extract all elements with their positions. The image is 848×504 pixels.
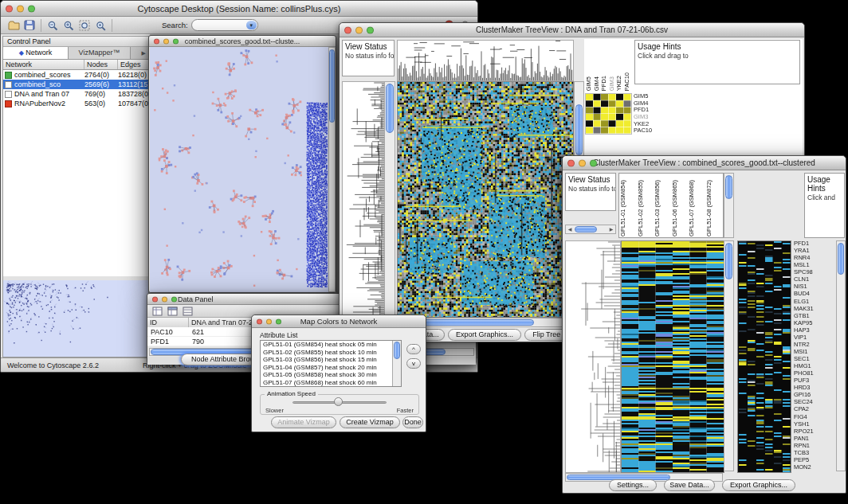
zoom-button[interactable] (28, 5, 35, 12)
tab-vizmapper[interactable]: VizMapper™ (69, 47, 131, 59)
zoom-heatmap-canvas[interactable] (737, 240, 791, 473)
close-button[interactable] (567, 159, 575, 166)
matrix-column-label[interactable]: PAC10 (623, 40, 631, 92)
save-data-button[interactable]: Save Data... (664, 479, 715, 491)
delete-attribute-icon[interactable] (181, 306, 194, 317)
array-column-label[interactable]: GPL51-03 (GSM856) (654, 174, 671, 237)
export-graphics-button[interactable]: Export Graphics... (722, 479, 795, 491)
mini-hscrollbar[interactable]: ◀ ▶ (565, 225, 616, 234)
heatmap-canvas[interactable] (397, 81, 574, 318)
gene-label[interactable]: HMG1 (794, 363, 835, 370)
attribute-list-item[interactable]: GPL51-02 (GSM855) heat shock 10 min (261, 349, 393, 357)
settings-button[interactable]: Settings... (609, 479, 657, 491)
minimize-button[interactable] (579, 159, 586, 166)
done-button[interactable]: Done (402, 416, 423, 428)
matrix-row-label[interactable]: PFD1 (634, 107, 662, 114)
gene-dendrogram-canvas[interactable] (342, 81, 385, 318)
network-table-row[interactable]: combined_sco2569(6)13112(15) (3, 80, 148, 89)
zoom-matrix-canvas[interactable] (585, 93, 632, 135)
matrix-column-label[interactable]: GIM4 (593, 40, 601, 92)
network-canvas[interactable] (150, 47, 328, 292)
gene-label[interactable]: SPC98 (794, 269, 835, 276)
zoom-fit-icon[interactable] (77, 18, 92, 33)
treeview-combined-titlebar[interactable]: ClusterMaker TreeView : combined_scores_… (563, 156, 846, 170)
col-network[interactable]: Network (3, 60, 84, 69)
scroll-left-icon[interactable]: ◀ (566, 225, 574, 234)
gene-label[interactable]: CPA2 (794, 406, 835, 413)
zoom-button[interactable] (276, 318, 281, 324)
tab-overflow-icon[interactable]: ▶ (131, 47, 148, 59)
matrix-column-label[interactable]: GIM3 (608, 40, 616, 92)
gene-label[interactable]: YRA1 (794, 248, 835, 255)
gene-label[interactable]: CLN1 (794, 276, 835, 283)
col-id[interactable]: ID (147, 318, 189, 327)
gene-label[interactable]: GTB1 (794, 313, 835, 320)
gene-label[interactable]: HAP3 (794, 327, 835, 334)
gene-dendrogram-canvas[interactable] (565, 240, 621, 473)
scroll-thumb[interactable] (838, 243, 844, 275)
move-down-button[interactable]: v (406, 358, 421, 369)
create-attribute-icon[interactable] (166, 306, 179, 317)
gene-label[interactable]: NTR2 (794, 342, 835, 349)
gene-label[interactable]: FIG4 (794, 414, 835, 421)
gene-label[interactable]: KAP95 (794, 320, 835, 327)
zoom-button[interactable] (171, 296, 177, 302)
gene-label[interactable]: MSL1 (794, 262, 835, 269)
matrix-row-label[interactable]: PAC10 (634, 127, 662, 135)
genes-vscrollbar[interactable] (836, 240, 846, 471)
gene-label[interactable]: GPI16 (794, 392, 835, 399)
minimize-button[interactable] (266, 318, 272, 324)
scroll-thumb[interactable] (329, 49, 335, 123)
gene-label[interactable]: MON2 (794, 464, 835, 471)
gene-label[interactable]: PAN1 (794, 436, 835, 443)
network-table-row[interactable]: RNAPuberNov2563(0)107847(0) (3, 99, 148, 108)
dendrogram-vscrollbar[interactable] (384, 81, 395, 316)
close-button[interactable] (6, 5, 13, 12)
network-view-titlebar[interactable]: combined_scores_good.txt--cluste... (149, 36, 336, 47)
attribute-list-item[interactable]: GPL51-04 (GSM857) heat shock 20 min (261, 364, 393, 372)
labels-vscrollbar[interactable] (724, 173, 734, 238)
matrix-row-label[interactable]: GIM4 (634, 100, 662, 107)
export-graphics-button[interactable]: Export Graphics... (448, 329, 521, 341)
array-column-label[interactable]: GPL51-08 (GSM872) (705, 174, 723, 237)
scroll-thumb[interactable] (386, 84, 394, 133)
gene-label[interactable]: HRD3 (794, 385, 835, 392)
close-button[interactable] (344, 26, 351, 33)
scroll-right-icon[interactable]: ▶ (607, 225, 615, 234)
zoom-button[interactable] (173, 38, 179, 44)
scroll-thumb[interactable] (725, 243, 732, 279)
gene-label[interactable]: YSH1 (794, 421, 835, 428)
minimize-button[interactable] (163, 38, 169, 44)
close-button[interactable] (154, 38, 159, 44)
network-overview-canvas[interactable] (3, 280, 148, 357)
scroll-thumb[interactable] (725, 175, 732, 199)
gene-label[interactable]: MAK31 (794, 306, 835, 313)
gene-label[interactable]: RPN1 (794, 443, 835, 450)
matrix-row-label[interactable]: YKE2 (634, 121, 662, 128)
array-column-label[interactable]: GPL51-01 (GSM854) (619, 174, 637, 237)
col-nodes[interactable]: Nodes (84, 60, 118, 69)
select-attributes-icon[interactable] (151, 306, 163, 317)
attribute-list-item[interactable]: GPL51-07 (GSM868) heat shock 60 min (261, 379, 393, 387)
close-button[interactable] (257, 318, 262, 324)
zoom-out-icon[interactable] (45, 18, 61, 33)
open-session-icon[interactable] (6, 18, 22, 33)
attribute-list-item[interactable]: GPL51-03 (GSM856) heat shock 15 min (261, 356, 393, 364)
heatmap-canvas[interactable] (621, 240, 724, 473)
network-vscrollbar[interactable] (328, 47, 336, 292)
create-vizmap-button[interactable]: Create Vizmap (340, 416, 400, 428)
gene-label[interactable]: PFD1 (794, 240, 835, 248)
gene-label[interactable]: SEC1 (794, 356, 835, 363)
gene-label[interactable]: NIS1 (794, 283, 835, 291)
attribute-list-item[interactable]: GPL51-01 (GSM854) heat shock 05 min (261, 341, 393, 349)
minimize-button[interactable] (355, 26, 363, 33)
network-table-row[interactable]: combined_scores2764(0)16218(0) (3, 70, 148, 80)
matrix-row-label[interactable]: GIM5 (634, 93, 662, 100)
attribute-list-item[interactable]: GPL51-05 (GSM858) heat shock 30 min (261, 371, 393, 379)
matrix-column-label[interactable]: PFD1 (600, 40, 608, 92)
matrix-column-label[interactable]: GIM5 (585, 40, 593, 92)
array-column-label[interactable]: GPL51-07 (GSM868) (688, 174, 705, 237)
map-dialog-titlebar[interactable]: Map Colors to Network (252, 315, 426, 328)
gene-label[interactable]: RPO21 (794, 428, 835, 436)
treeview-dna-titlebar[interactable]: ClusterMaker TreeView : DNA and Tran 07-… (340, 23, 804, 37)
